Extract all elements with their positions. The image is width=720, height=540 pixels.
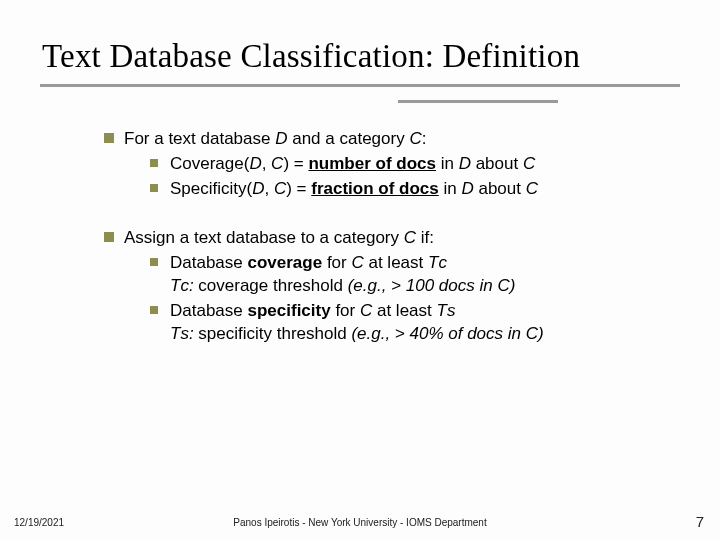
- text: ) =: [283, 154, 308, 173]
- text: ,: [264, 179, 273, 198]
- bullet-lvl2: Database specificity for C at least Τs Τ…: [150, 300, 664, 346]
- var-C: C: [274, 179, 286, 198]
- text: :: [422, 129, 427, 148]
- text: coverage threshold: [194, 276, 348, 295]
- var-Tc: Τc: [428, 253, 447, 272]
- text: specificity threshold: [194, 324, 352, 343]
- emph-specificity: specificity: [248, 301, 331, 320]
- emph-number-of-docs: number of docs: [308, 154, 436, 173]
- var-D: D: [275, 129, 287, 148]
- sublist: Database coverage for C at least Τc Τc: …: [150, 252, 664, 346]
- var-D: D: [461, 179, 473, 198]
- text: and a category: [287, 129, 409, 148]
- spacer: [104, 207, 664, 227]
- slide-title: Text Database Classification: Definition: [42, 38, 580, 75]
- bullet-lvl2: Specificity(D, C) = fraction of docs in …: [150, 178, 664, 201]
- text: Database: [170, 301, 248, 320]
- text: about: [474, 179, 526, 198]
- var-Ts: Τs: [437, 301, 456, 320]
- text: at least: [372, 301, 436, 320]
- text: ) =: [286, 179, 311, 198]
- text: Specificity(: [170, 179, 252, 198]
- text: in: [436, 154, 459, 173]
- text: for: [331, 301, 360, 320]
- bullet-lvl1: Assign a text database to a category C i…: [104, 227, 664, 346]
- text: ,: [262, 154, 271, 173]
- text: for: [322, 253, 351, 272]
- var-D: D: [252, 179, 264, 198]
- text: Assign a text database to a category: [124, 228, 404, 247]
- text: about: [471, 154, 523, 173]
- text: at least: [364, 253, 428, 272]
- text: Coverage(: [170, 154, 249, 173]
- sublist: Coverage(D, C) = number of docs in D abo…: [150, 153, 664, 201]
- text: in: [439, 179, 462, 198]
- example: (e.g., > 100 docs in C): [348, 276, 516, 295]
- bullet-lvl1: For a text database D and a category C: …: [104, 128, 664, 201]
- page-number: 7: [696, 513, 704, 530]
- bullet-lvl2: Database coverage for C at least Τc Τc: …: [150, 252, 664, 298]
- footer-author: Panos Ipeirotis - New York University - …: [0, 517, 720, 528]
- bullet-lvl2: Coverage(D, C) = number of docs in D abo…: [150, 153, 664, 176]
- var-C: C: [404, 228, 416, 247]
- example: (e.g., > 40% of docs in C): [351, 324, 543, 343]
- var-C: C: [360, 301, 372, 320]
- emph-fraction-of-docs: fraction of docs: [311, 179, 439, 198]
- var-C: C: [409, 129, 421, 148]
- var-C: C: [271, 154, 283, 173]
- text: For a text database: [124, 129, 275, 148]
- slide-body: For a text database D and a category C: …: [104, 128, 664, 352]
- emph-coverage: coverage: [248, 253, 323, 272]
- var-C: C: [523, 154, 535, 173]
- var-C: C: [526, 179, 538, 198]
- title-underline: [40, 84, 680, 87]
- var-D: D: [249, 154, 261, 173]
- text: if:: [416, 228, 434, 247]
- var-D: D: [459, 154, 471, 173]
- title-underline-accent: [398, 100, 558, 103]
- threshold-Tc: Τc:: [170, 276, 194, 295]
- threshold-Ts: Τs:: [170, 324, 194, 343]
- var-C: C: [351, 253, 363, 272]
- text: Database: [170, 253, 248, 272]
